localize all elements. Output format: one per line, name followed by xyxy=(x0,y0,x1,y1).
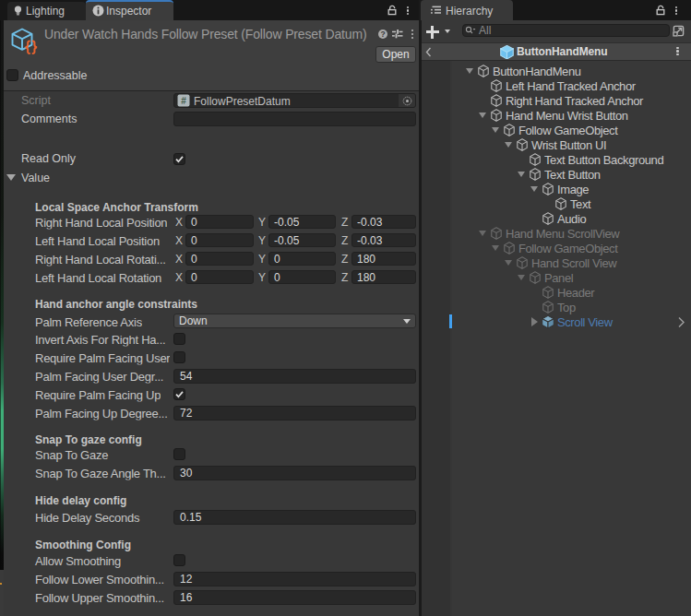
svg-text:?: ? xyxy=(380,30,385,39)
svg-text:#: # xyxy=(181,96,186,106)
